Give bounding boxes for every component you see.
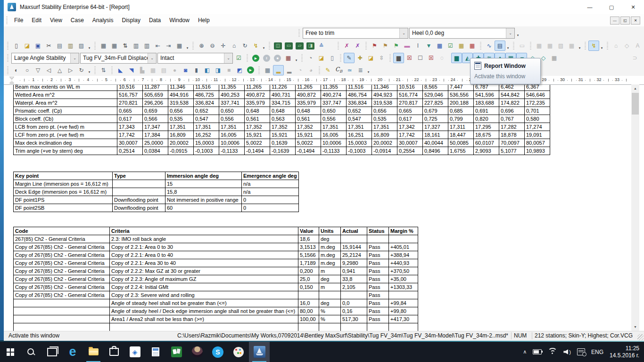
view-profile-button[interactable]: ▱ [294, 41, 305, 51]
insert-row-above-button[interactable]: ▦ [98, 41, 109, 51]
marker-flag-button[interactable]: ⚑ [369, 41, 380, 51]
menu-view[interactable]: View [46, 14, 66, 26]
shade-off-button[interactable]: ☒ [404, 53, 415, 63]
crane-button[interactable]: ▙ [137, 65, 148, 75]
design-notes-button[interactable]: ▯ [327, 53, 338, 63]
save-file-button[interactable]: ▣ [33, 41, 43, 51]
mdi-restore-button[interactable]: ◱ [620, 16, 630, 25]
documents-button[interactable]: ▤ [158, 65, 169, 75]
grid-snap-button[interactable]: ▦ [566, 41, 577, 51]
toolbar-grip[interactable] [7, 54, 8, 62]
close-button[interactable]: ✕ [622, 0, 644, 14]
render-diamond-button[interactable]: ◇ [621, 41, 632, 51]
taskbar-solitaire[interactable] [166, 342, 187, 362]
tank-starboard-button[interactable]: ◨ [213, 65, 223, 75]
toolbar-overflow-caret[interactable]: ▾ [505, 41, 511, 51]
menu-display[interactable]: Display [118, 14, 145, 26]
rotate-left-button[interactable]: ◁ [43, 65, 54, 75]
cut-button[interactable]: ✂ [43, 41, 54, 51]
copy-button[interactable]: ▤ [54, 41, 65, 51]
filter-button[interactable]: ▽ [33, 65, 43, 75]
waterline-tool-button[interactable]: ≃ [344, 65, 355, 75]
pause-analysis-button[interactable]: ‖ [261, 53, 272, 63]
taskbar-paint[interactable] [228, 342, 249, 362]
toolbar-grip[interactable] [94, 66, 96, 74]
maximize-button[interactable]: ▢ [601, 0, 622, 14]
chevron-down-icon[interactable]: ⌄ [399, 28, 408, 38]
view-body-button[interactable]: ◨ [305, 41, 316, 51]
toolbar-grip[interactable] [585, 42, 586, 49]
marker-eraser-button[interactable]: ▬ [402, 41, 413, 51]
print-button[interactable]: ▨ [76, 41, 87, 51]
damage-ship-button[interactable]: ◥ [126, 65, 137, 75]
delete-table-button[interactable]: ▦ [467, 41, 478, 51]
minimize-button[interactable]: — [579, 0, 601, 14]
results-table-button[interactable]: ☑ [445, 41, 456, 51]
centre-of-buoyancy-button[interactable]: CB [333, 65, 344, 75]
chevron-down-icon[interactable]: ⌄ [506, 28, 514, 38]
toolbar-grip[interactable] [192, 42, 194, 49]
marker-shield-button[interactable]: ▼ [423, 41, 434, 51]
shade-blank-button[interactable]: ☐ [415, 53, 426, 63]
stop-analysis-button[interactable]: ■ [272, 53, 283, 63]
zoom-in-button[interactable]: ⊕ [196, 41, 207, 51]
marker-wrench-button[interactable]: ⚑ [380, 41, 391, 51]
shift-right-button[interactable]: ⇥ [163, 41, 174, 51]
grid-show-button[interactable]: ▧ [555, 41, 566, 51]
open-design-button[interactable]: ◪ [316, 53, 327, 63]
mdi-close-button[interactable]: ✕ [631, 16, 640, 25]
toolbar-grip[interactable] [94, 42, 96, 49]
action-center-icon[interactable] [577, 348, 585, 355]
toolbar-grip[interactable] [513, 42, 514, 49]
grid-edit-button[interactable]: ▦ [545, 41, 555, 51]
measure-pencil-button[interactable]: ✎ [322, 65, 333, 75]
taskbar-edge[interactable]: e [62, 342, 83, 362]
fluid-out-button[interactable]: ▂ [284, 65, 295, 75]
taskbar-backgammon[interactable] [187, 342, 207, 362]
analysis-results-button[interactable]: ▦ [283, 53, 294, 63]
taskbar-dropbox[interactable]: ◈ [124, 342, 145, 362]
view-perspective-button[interactable]: ◫ [272, 41, 283, 51]
start-analysis-button[interactable]: ▶ [250, 53, 261, 63]
toolbar-grip[interactable] [247, 54, 248, 62]
grid-spacing-button[interactable]: ▦ [534, 41, 545, 51]
home-view-button[interactable]: ⌂ [229, 41, 239, 51]
rotate-view-button[interactable]: ↻ [239, 41, 250, 51]
display-mesh-button[interactable]: ▦ [549, 53, 560, 63]
toolbar-overflow-caret[interactable]: ▾ [87, 65, 92, 75]
taskbar-report-app[interactable] [145, 342, 166, 362]
clear-all-markers-button[interactable]: ✗ [352, 41, 363, 51]
tank-disabled-button[interactable]: ■ [223, 65, 234, 75]
key-sheet-button[interactable]: ◪ [365, 53, 376, 63]
toolbar-overflow-caret[interactable]: ▾ [577, 41, 582, 51]
scroll-up-arrow[interactable]: ▲ [631, 84, 639, 92]
indent-marker-top[interactable] [9, 76, 14, 79]
paste-button[interactable]: ▥ [65, 41, 76, 51]
menu-window[interactable]: Window [165, 14, 194, 26]
toolbar-grip[interactable] [607, 42, 608, 49]
splash-button[interactable]: ◩ [234, 65, 245, 75]
toolbar-overflow-caret[interactable]: ▾ [261, 41, 266, 51]
display-sections-button[interactable]: ▆ [451, 53, 462, 63]
volume-icon[interactable]: ) [563, 349, 571, 355]
chevron-down-icon[interactable]: ⌄ [148, 53, 156, 63]
analysis-type-combo[interactable]: Large Angle Stability⌄ [11, 53, 79, 64]
toolbar-overflow-caret[interactable]: ▾ [294, 53, 299, 64]
run-batch-button[interactable]: ▶ [245, 65, 256, 75]
rotate-right-button[interactable]: ▷ [65, 65, 76, 75]
menu-analysis[interactable]: Analysis [88, 14, 118, 26]
trim-tool-button[interactable]: ↯ [588, 41, 599, 51]
shade-off-2-button[interactable]: ☒ [426, 53, 437, 63]
condition-combo[interactable]: Intact⌄ [157, 53, 233, 64]
report-window-button[interactable]: ▤ [495, 41, 505, 51]
taskbar-file-explorer[interactable] [83, 342, 104, 362]
marker-ibeam-button[interactable]: I [413, 41, 423, 51]
menu-file[interactable]: File [10, 14, 27, 26]
fluid-levels-button[interactable]: ▂ [273, 65, 284, 75]
menu-data[interactable]: Data [145, 14, 165, 26]
design-grid-button[interactable]: ▭ [517, 41, 528, 51]
toolbar-grip[interactable] [258, 66, 260, 74]
add-table-button[interactable]: ▦ [456, 41, 467, 51]
menu-case[interactable]: Case [66, 14, 88, 26]
loadcase-combo[interactable]: Tug FV_34m-Full Displacem⌄ [80, 53, 157, 64]
